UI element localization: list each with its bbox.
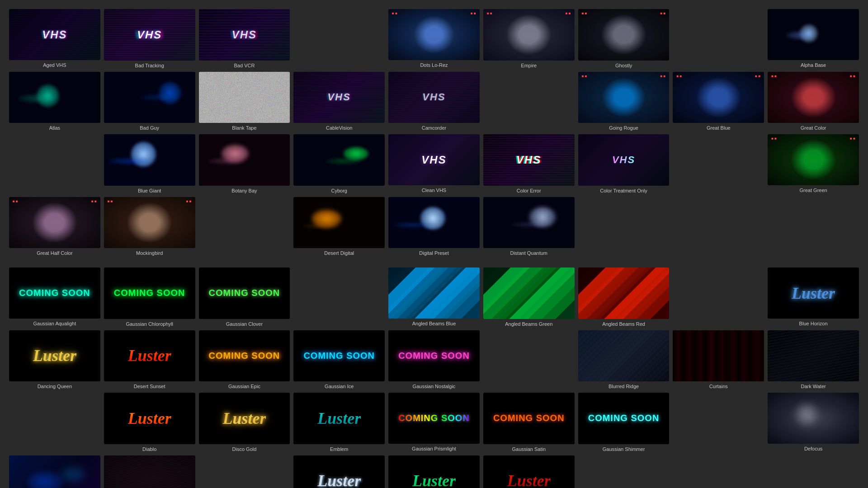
- item-label: Curtains: [709, 384, 728, 389]
- item-label: Gaussian Epic: [228, 384, 260, 389]
- item-color-error[interactable]: VHS Color Error: [483, 134, 575, 193]
- item-defocus[interactable]: Defocus: [768, 393, 859, 452]
- luster-text: Luster: [33, 346, 76, 365]
- item-label: Angled Beams Green: [505, 321, 552, 327]
- item-angled-beams-green[interactable]: Angled Beams Green: [483, 267, 575, 327]
- item-label: Dark Water: [801, 384, 826, 389]
- item-great-half-color[interactable]: ■ ■ ■ ■ Great Half Color: [9, 197, 100, 256]
- item-label: Cyborg: [331, 188, 347, 193]
- item-gaussian-nostalgic[interactable]: COMING SOON Gaussian Nostalgic: [388, 330, 480, 389]
- item-label: Blue Giant: [138, 188, 161, 193]
- item-label: Gaussian Shimmer: [603, 446, 645, 452]
- item-label: Defocus: [804, 446, 822, 451]
- item-desert-sunset[interactable]: Luster Desert Sunset: [104, 330, 195, 389]
- coming-soon-text: COMING SOON: [588, 413, 660, 423]
- luster-text: Luster: [317, 471, 361, 488]
- item-label: Botany Bay: [231, 188, 257, 193]
- item-label: Desert Sunset: [134, 384, 165, 389]
- item-bad-guy[interactable]: Bad Guy: [104, 72, 195, 131]
- item-label: Mockingbird: [136, 250, 163, 256]
- luster-text: Luster: [128, 409, 171, 428]
- item-gaussian-aqualight[interactable]: COMING SOON Gaussian Aqualight: [9, 267, 100, 327]
- luster-text: Luster: [792, 284, 835, 303]
- item-camcorder[interactable]: VHS Camcorder: [388, 72, 480, 131]
- item-label: Dots Lo-Rez: [420, 62, 448, 68]
- item-angled-beams-blue[interactable]: Angled Beams Blue: [388, 267, 480, 327]
- item-liquid[interactable]: Liquid: [104, 455, 195, 488]
- item-label: Gaussian Nostalgic: [413, 384, 456, 389]
- item-label: Distant Quantum: [510, 250, 547, 256]
- item-bad-vcr[interactable]: VHS Bad VCR: [199, 9, 290, 68]
- item-gaussian-prismlight[interactable]: COMING SOON Gaussian Prismlight: [388, 393, 480, 452]
- luster-text: Luster: [128, 346, 171, 365]
- item-cablevision[interactable]: VHS CableVision: [293, 72, 385, 131]
- coming-soon-text: COMING SOON: [19, 288, 90, 298]
- item-gaussian-ice[interactable]: COMING SOON Gaussian Ice: [293, 330, 385, 389]
- item-label: Camcorder: [422, 125, 446, 131]
- item-light-leaks[interactable]: Light Leaks: [9, 455, 100, 488]
- item-clean-vhs[interactable]: VHS Clean VHS: [388, 134, 480, 193]
- item-empire[interactable]: ■ ■ ■ ■ Empire: [483, 9, 575, 68]
- item-label: Gaussian Satin: [512, 446, 546, 452]
- item-label: Blue Horizon: [799, 321, 828, 326]
- item-mockingbird[interactable]: ■ ■ ■ ■ Mockingbird: [104, 197, 195, 256]
- coming-soon-text: COMING SOON: [398, 413, 470, 423]
- item-label: Bad VCR: [234, 63, 255, 68]
- item-desert-digital[interactable]: Desert Digital: [293, 197, 385, 256]
- item-distant-quantum[interactable]: Distant Quantum: [483, 197, 575, 256]
- item-atlas[interactable]: Atlas: [9, 72, 100, 131]
- item-alpha-base[interactable]: Alpha Base: [768, 9, 859, 68]
- item-great-green[interactable]: ■ ■ ■ ■ Great Green: [768, 134, 859, 193]
- item-ghostly[interactable]: ■ ■ ■ ■ Ghostly: [578, 9, 670, 68]
- item-dark-water[interactable]: Dark Water: [768, 330, 859, 389]
- item-angled-beams-red[interactable]: Angled Beams Red: [578, 267, 670, 327]
- coming-soon-text: COMING SOON: [398, 351, 470, 361]
- item-great-blue[interactable]: ■ ■ ■ ■ Great Blue: [673, 72, 764, 131]
- item-label: Bad Tracking: [135, 63, 164, 68]
- item-glass[interactable]: Luster Glass: [293, 455, 385, 488]
- item-label: Great Green: [800, 188, 827, 193]
- item-gaussian-clover[interactable]: COMING SOON Gaussian Clover: [199, 267, 290, 327]
- item-bad-tracking[interactable]: VHS Bad Tracking: [104, 9, 195, 68]
- luster-text: Luster: [507, 471, 551, 488]
- item-diablo[interactable]: Luster Diablo: [104, 393, 195, 452]
- coming-soon-text: COMING SOON: [209, 351, 280, 361]
- item-great-color[interactable]: ■ ■ ■ ■ Great Color: [768, 72, 859, 131]
- item-dots-lo-rez[interactable]: ■ ■ ■ ■ Dots Lo-Rez: [388, 9, 480, 68]
- coming-soon-text: COMING SOON: [493, 413, 565, 423]
- item-dancing-queen[interactable]: Luster Dancing Queen: [9, 330, 100, 389]
- item-botany-bay[interactable]: Botany Bay: [199, 134, 290, 193]
- item-label: Blank Tape: [232, 125, 256, 131]
- item-gaussian-satin[interactable]: COMING SOON Gaussian Satin: [483, 393, 575, 452]
- item-cyborg[interactable]: Cyborg: [293, 134, 385, 193]
- item-label: CableVision: [326, 125, 353, 131]
- item-label: Color Error: [517, 188, 541, 193]
- item-emblem[interactable]: Luster Emblem: [293, 393, 385, 452]
- item-color-treatment[interactable]: VHS Color Treatment Only: [578, 134, 670, 193]
- luster-text: Luster: [317, 409, 361, 428]
- item-gaussian-chlorophyll[interactable]: COMING SOON Gaussian Chlorophyll: [104, 267, 195, 327]
- item-blue-giant[interactable]: Blue Giant: [104, 134, 195, 193]
- coming-soon-text: COMING SOON: [114, 288, 185, 298]
- item-disco-gold[interactable]: Luster Disco Gold: [199, 393, 290, 452]
- item-going-rogue[interactable]: ■ ■ ■ ■ Going Rogue: [578, 72, 670, 131]
- item-aged-vhs[interactable]: VHS Aged VHS: [9, 9, 100, 68]
- item-label: Angled Beams Blue: [412, 321, 456, 326]
- item-label: Empire: [521, 63, 537, 68]
- item-gaussian-epic[interactable]: COMING SOON Gaussian Epic: [199, 330, 290, 389]
- item-label: Clean VHS: [422, 188, 446, 193]
- item-label: Gaussian Chlorophyll: [126, 321, 173, 327]
- item-label: Gaussian Clover: [226, 321, 263, 327]
- item-gaussian-shimmer[interactable]: COMING SOON Gaussian Shimmer: [578, 393, 670, 452]
- item-digital-preset[interactable]: Digital Preset: [388, 197, 480, 256]
- item-label: Blurred Ridge: [609, 384, 639, 389]
- item-blue-horizon[interactable]: Luster Blue Horizon: [768, 267, 859, 327]
- item-luscious-red[interactable]: Luster Luscious Red: [483, 455, 575, 488]
- item-blank-tape[interactable]: Blank Tape: [199, 72, 290, 131]
- item-jade[interactable]: Luster Jade: [388, 455, 480, 488]
- item-blurred-ridge[interactable]: Blurred Ridge: [578, 330, 670, 389]
- item-label: Digital Preset: [419, 250, 448, 256]
- item-label: Color Treatment Only: [600, 188, 647, 193]
- item-label: Emblem: [330, 446, 348, 452]
- item-curtains[interactable]: Curtains: [673, 330, 764, 389]
